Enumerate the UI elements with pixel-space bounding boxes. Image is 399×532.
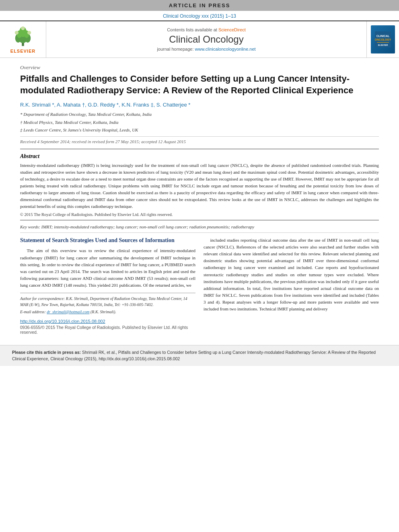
svg-rect-13 (377, 42, 389, 43)
journal-title-area: Contents lists available at ScienceDirec… (46, 21, 367, 58)
svg-point-9 (27, 31, 31, 35)
journal-main-title: Clinical Oncology (169, 34, 243, 45)
article-title: Pitfalls and Challenges to Consider befo… (20, 73, 379, 96)
section-label: Overview (20, 64, 379, 71)
doi-line: http://dx.doi.org/10.1016/j.clon.2015.08… (20, 319, 195, 324)
footnote-1: Author for correspondence: R.K. Shrimali… (20, 296, 195, 308)
contents-label: Contents lists available at ScienceDirec… (167, 27, 246, 32)
aip-banner: ARTICLE IN PRESS (0, 0, 399, 11)
email-link[interactable]: dr_shrimali@hotmail.com (47, 310, 89, 314)
page: ARTICLE IN PRESS Clinical Oncology xxx (… (0, 0, 399, 532)
right-column: included studies reporting clinical outc… (204, 237, 379, 334)
sciencedirect-link[interactable]: ScienceDirect (218, 27, 246, 32)
journal-ref: Clinical Oncology xxx (2015) 1–13 (0, 11, 399, 21)
elsevier-label: ELSEVIER (10, 49, 35, 53)
two-column-section: Statement of Search Strategies Used and … (20, 237, 379, 334)
abstract-copyright: © 2015 The Royal College of Radiologists… (20, 212, 379, 217)
svg-point-7 (15, 31, 19, 35)
journal-logo-box: CLINICAL ONCOLOGY ELSEVIER (371, 25, 395, 53)
homepage-link[interactable]: www.clinicaloncologyonline.net (195, 47, 256, 51)
right-col-body: included studies reporting clinical outc… (204, 237, 379, 312)
elsevier-tree-icon (9, 25, 37, 47)
citation-label: Please cite this article in press as: (12, 350, 81, 355)
journal-homepage: journal homepage: www.clinicaloncologyon… (157, 47, 255, 51)
journal-logo-icon: CLINICAL ONCOLOGY ELSEVIER (375, 31, 391, 47)
svg-text:CLINICAL: CLINICAL (376, 35, 390, 37)
affiliation-1: * Department of Radiation Oncology, Tata… (20, 111, 379, 118)
header-area: ELSEVIER Contents lists available at Sci… (0, 21, 399, 58)
journal-ref-text: Clinical Oncology xxx (2015) 1–13 (163, 13, 236, 19)
left-col-para-1: The aim of this overview was to review t… (20, 247, 195, 288)
aip-banner-text: ARTICLE IN PRESS (169, 2, 230, 8)
abstract-heading: Abstract (20, 153, 379, 160)
abstract-section: Abstract Intensity-modulated radiotherap… (20, 149, 379, 220)
authors-line: R.K. Shrimali *, A. Mahata †, G.D. Reddy… (20, 102, 379, 108)
affiliation-2: † Medical Physics, Tata Medical Center, … (20, 119, 379, 126)
svg-text:ONCOLOGY: ONCOLOGY (375, 38, 391, 41)
abstract-text: Intensity-modulated radiotherapy (IMRT) … (20, 162, 379, 210)
main-content: Overview Pitfalls and Challenges to Cons… (0, 58, 399, 341)
svg-point-8 (21, 27, 25, 30)
affiliations: * Department of Radiation Oncology, Tata… (20, 111, 379, 134)
received-line: Received 4 September 2014; received in r… (20, 136, 379, 144)
section-heading: Statement of Search Strategies Used and … (20, 237, 195, 244)
issn-line: 0936-6555/© 2015 The Royal College of Ra… (20, 325, 195, 335)
doi-link[interactable]: http://dx.doi.org/10.1016/j.clon.2015.08… (20, 319, 105, 324)
elsevier-logo: ELSEVIER (0, 21, 46, 58)
footnote-2: E-mail address: dr_shrimali@hotmail.com … (20, 309, 195, 315)
keywords-text: Key words: IMRT; intensity-modulated rad… (20, 224, 254, 229)
affiliation-3: ‡ Leeds Cancer Centre, St James's Univer… (20, 127, 379, 134)
keywords-line: Key words: IMRT; intensity-modulated rad… (20, 224, 379, 233)
left-col-body: The aim of this overview was to review t… (20, 247, 195, 288)
right-col-para-1: included studies reporting clinical outc… (204, 237, 379, 312)
citation-box: Please cite this article in press as: Sh… (0, 345, 399, 366)
svg-text:ELSEVIER: ELSEVIER (378, 44, 388, 46)
journal-logo-right: CLINICAL ONCOLOGY ELSEVIER (367, 21, 399, 58)
left-column: Statement of Search Strategies Used and … (20, 237, 195, 334)
footnotes-area: Author for correspondence: R.K. Shrimali… (20, 293, 195, 315)
